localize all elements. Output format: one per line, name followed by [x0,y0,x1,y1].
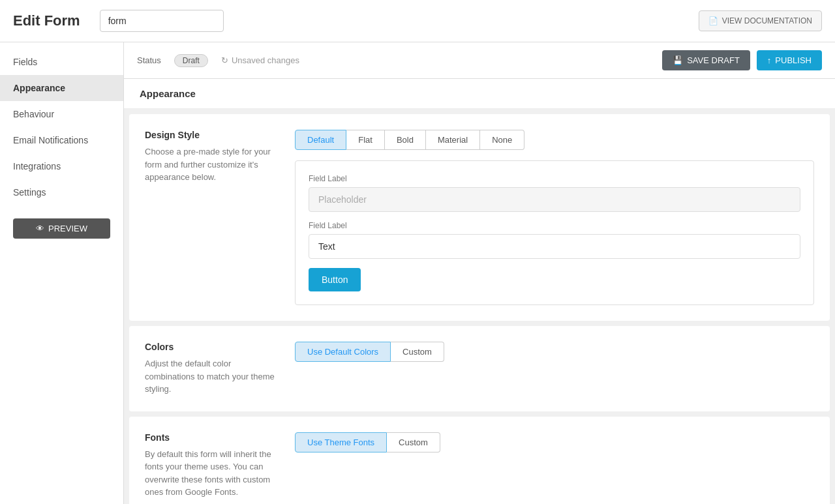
preview-button[interactable]: 👁 PREVIEW [13,218,110,239]
design-style-description: Choose a pre-made style for your form an… [145,145,275,184]
publish-button[interactable]: ↑ PUBLISH [757,50,822,70]
fonts-title: Fonts [145,432,275,443]
colors-description: Adjust the default color combinations to… [145,357,275,396]
style-tab-material[interactable]: Material [426,130,480,150]
status-label: Status [137,55,161,65]
unsaved-changes: ↻ Unsaved changes [221,55,299,65]
sidebar-item-behaviour[interactable]: Behaviour [0,101,123,127]
style-tab-default[interactable]: Default [295,130,346,150]
sidebar-item-settings[interactable]: Settings [0,179,123,205]
eye-icon: 👁 [36,224,44,233]
appearance-section-header: Appearance [124,79,835,109]
publish-icon: ↑ [767,55,772,65]
style-tab-flat[interactable]: Flat [346,130,385,150]
colors-section: Colors Adjust the default color combinat… [129,326,830,411]
style-tab-bold[interactable]: Bold [385,130,426,150]
sidebar-item-integrations[interactable]: Integrations [0,153,123,179]
save-icon: 💾 [673,55,683,65]
preview-text-input: Text [309,234,800,259]
sidebar-item-appearance[interactable]: Appearance [0,75,123,101]
fonts-tab-custom[interactable]: Custom [387,432,440,452]
preview-field-label-1: Field Label [309,174,800,183]
design-style-title: Design Style [145,130,275,140]
view-documentation-button[interactable]: 📄 VIEW DOCUMENTATION [699,10,822,31]
page-title: Edit Form [13,12,80,29]
fonts-section: Fonts By default this form will inherit … [129,417,830,505]
top-bar: Status Draft ↻ Unsaved changes 💾 SAVE DR… [124,42,835,79]
fonts-tab-theme[interactable]: Use Theme Fonts [295,432,387,452]
preview-placeholder-input: Placeholder [309,187,800,212]
colors-tabs: Use Default Colors Custom [295,342,814,362]
sidebar: Fields Appearance Behaviour Email Notifi… [0,42,124,504]
refresh-icon: ↻ [221,55,228,65]
save-draft-button[interactable]: 💾 SAVE DRAFT [662,50,750,70]
style-tab-none[interactable]: None [480,130,524,150]
design-style-preview: Field Label Placeholder Field Label Text… [295,160,814,305]
fonts-description: By default this form will inherit the fo… [145,448,275,499]
colors-tab-custom[interactable]: Custom [391,342,444,362]
colors-tab-default[interactable]: Use Default Colors [295,342,391,362]
form-name-input[interactable] [100,10,224,32]
sidebar-item-fields[interactable]: Fields [0,49,123,75]
sidebar-item-email-notifications[interactable]: Email Notifications [0,127,123,153]
preview-button-element: Button [309,268,361,291]
main-content: Status Draft ↻ Unsaved changes 💾 SAVE DR… [124,42,835,504]
doc-icon: 📄 [708,16,718,25]
colors-title: Colors [145,342,275,352]
fonts-tabs: Use Theme Fonts Custom [295,432,814,452]
design-style-section: Design Style Choose a pre-made style for… [129,114,830,321]
status-badge: Draft [174,54,208,67]
design-style-tabs: Default Flat Bold Material None [295,130,814,150]
preview-field-label-2: Field Label [309,221,800,230]
